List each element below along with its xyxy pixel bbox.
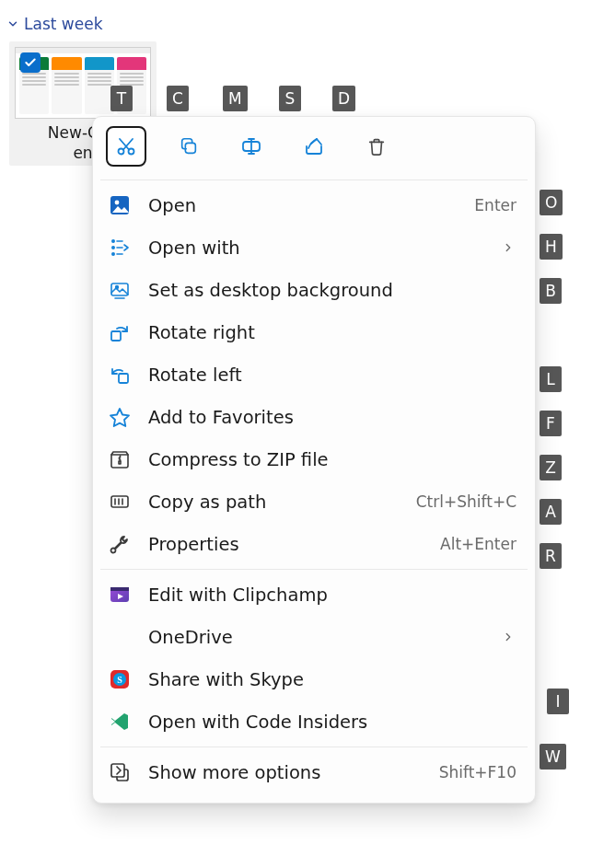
delete-button[interactable] (356, 126, 397, 167)
menu-open-with[interactable]: Open with (93, 226, 535, 269)
svg-rect-18 (111, 331, 121, 341)
clipchamp-icon (108, 583, 132, 607)
menu-accel: Enter (474, 196, 517, 214)
menu-label: OneDrive (148, 627, 483, 648)
keyhint: D (332, 86, 355, 111)
rename-button[interactable] (231, 126, 272, 167)
menu-accel: Ctrl+Shift+C (416, 492, 517, 511)
menu-label: Add to Favorites (148, 407, 517, 428)
menu-accel: Shift+F10 (439, 763, 517, 781)
menu-skype[interactable]: S Share with Skype (93, 658, 535, 700)
vscode-insiders-icon (108, 710, 132, 734)
menu-compress-zip[interactable]: Compress to ZIP file (93, 438, 535, 480)
menu-label: Share with Skype (148, 669, 517, 690)
keyhint: I (547, 689, 569, 714)
menu-label: Open with (148, 237, 483, 259)
keyhint: Z (540, 455, 562, 480)
keyhint: R (540, 543, 562, 569)
menu-open[interactable]: Open Enter (93, 184, 535, 226)
context-menu: Open Enter Open with Set as desktop back… (92, 116, 536, 804)
copy-path-icon (108, 490, 132, 514)
svg-rect-31 (110, 587, 129, 591)
keyhint: M (223, 86, 248, 111)
wallpaper-icon (108, 278, 132, 302)
rotate-right-icon (108, 320, 132, 344)
menu-section-3: Show more options Shift+F10 (93, 747, 535, 797)
share-button[interactable] (294, 126, 334, 167)
menu-label: Show more options (148, 762, 423, 783)
svg-rect-25 (119, 461, 121, 464)
menu-rotate-left[interactable]: Rotate left (93, 353, 535, 396)
menu-copy-path[interactable]: Copy as path Ctrl+Shift+C (93, 480, 535, 523)
group-header[interactable]: Last week (6, 15, 102, 33)
cut-button[interactable] (106, 126, 146, 167)
menu-label: Open (148, 195, 458, 216)
keyhint: S (279, 86, 301, 111)
svg-point-16 (116, 286, 119, 289)
svg-rect-19 (119, 374, 128, 383)
photo-app-icon (108, 193, 132, 217)
menu-accel: Alt+Enter (440, 535, 517, 553)
menu-label: Edit with Clipchamp (148, 584, 517, 606)
properties-icon (108, 532, 132, 556)
svg-point-10 (112, 247, 114, 249)
menu-label: Copy as path (148, 492, 400, 513)
svg-marker-20 (110, 409, 129, 426)
menu-label: Rotate left (148, 365, 517, 386)
star-icon (108, 405, 132, 429)
keyhint: L (540, 366, 562, 392)
keyhint: C (167, 86, 189, 111)
chevron-down-icon (6, 17, 20, 31)
menu-label: Rotate right (148, 322, 517, 343)
menu-label: Open with Code Insiders (148, 712, 517, 733)
copy-button[interactable] (168, 126, 209, 167)
keyhint: B (540, 278, 562, 304)
svg-point-8 (115, 201, 120, 205)
context-toolbar (93, 117, 535, 179)
svg-point-9 (112, 240, 114, 242)
menu-favorites[interactable]: Add to Favorites (93, 396, 535, 438)
chevron-right-icon (500, 239, 517, 256)
rotate-left-icon (108, 363, 132, 387)
more-options-icon (108, 760, 132, 784)
keyhint: A (540, 499, 562, 525)
menu-vscode[interactable]: Open with Code Insiders (93, 700, 535, 743)
menu-rotate-right[interactable]: Rotate right (93, 311, 535, 353)
keyhint: H (540, 234, 563, 260)
skype-icon: S (108, 667, 132, 691)
menu-section-2: Edit with Clipchamp OneDrive S Share wit… (93, 570, 535, 746)
chevron-right-icon (500, 629, 517, 645)
menu-clipchamp[interactable]: Edit with Clipchamp (93, 573, 535, 616)
svg-rect-26 (111, 496, 128, 507)
menu-label: Set as desktop background (148, 280, 517, 301)
keyhint: O (540, 190, 563, 215)
menu-section-1: Open Enter Open with Set as desktop back… (93, 180, 535, 569)
open-with-icon (108, 236, 132, 260)
menu-label: Properties (148, 534, 424, 555)
menu-label: Compress to ZIP file (148, 449, 517, 470)
keyhint: W (540, 744, 566, 770)
zip-icon (108, 447, 132, 471)
svg-point-11 (112, 253, 114, 255)
menu-onedrive[interactable]: OneDrive (93, 616, 535, 658)
keyhint: F (540, 411, 562, 436)
onedrive-icon (108, 625, 132, 649)
svg-rect-36 (111, 764, 124, 777)
svg-text:S: S (117, 675, 122, 685)
menu-set-wallpaper[interactable]: Set as desktop background (93, 269, 535, 311)
menu-properties[interactable]: Properties Alt+Enter (93, 523, 535, 565)
keyhint: T (110, 86, 133, 111)
selected-check-icon (20, 52, 41, 73)
menu-more-options[interactable]: Show more options Shift+F10 (93, 751, 535, 793)
group-label: Last week (24, 15, 102, 33)
svg-rect-4 (185, 143, 195, 153)
